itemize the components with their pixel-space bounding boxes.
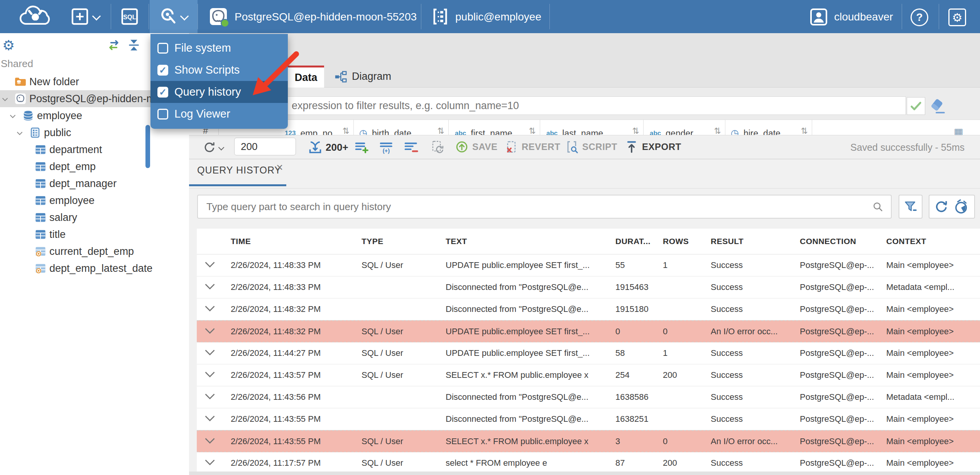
new-object-button[interactable] — [71, 8, 89, 25]
cell-result: Success — [711, 414, 800, 424]
tools-button[interactable] — [159, 8, 177, 25]
auto-refresh-icon[interactable] — [431, 140, 444, 154]
revert-button[interactable]: REVERT — [505, 140, 560, 153]
script-button[interactable]: SCRIPT — [565, 140, 617, 153]
tree-expand-chevron-icon[interactable] — [10, 113, 16, 120]
menu-item[interactable]: ✓ Query history — [150, 81, 288, 103]
refresh-chevron-icon[interactable] — [218, 145, 225, 151]
sort-icon[interactable]: ⇅ — [343, 126, 350, 135]
tree-item[interactable]: dept_manager — [0, 175, 189, 192]
expand-row-icon[interactable] — [204, 282, 215, 289]
catalog-selector[interactable]: public@employee — [455, 11, 541, 23]
grid-column-header[interactable]: abclast_name⇅ — [540, 120, 644, 135]
close-panel-icon[interactable]: × — [276, 162, 283, 173]
expand-row-icon[interactable] — [204, 436, 215, 443]
col-time[interactable]: TIME — [231, 237, 362, 246]
expand-row-icon[interactable] — [204, 414, 215, 421]
expand-row-icon[interactable] — [204, 458, 215, 465]
tree-expand-chevron-icon[interactable] — [2, 96, 8, 103]
expand-row-icon[interactable] — [204, 327, 215, 334]
col-result[interactable]: RESULT — [711, 237, 800, 246]
query-history-row[interactable]: 2/26/2024, 11:17:57 PM SQL / User select… — [197, 452, 980, 472]
tree-item[interactable]: dept_emp — [0, 158, 189, 175]
sort-icon[interactable]: ⇅ — [632, 126, 639, 135]
refresh-icon[interactable] — [203, 141, 216, 154]
tree-item[interactable]: title — [0, 226, 189, 243]
tab-diagram[interactable]: Diagram — [327, 66, 398, 88]
query-history-row[interactable]: 2/26/2024, 11:48:32 PM SQL / User UPDATE… — [197, 320, 980, 342]
col-duration[interactable]: DURAT... — [615, 237, 663, 246]
save-button[interactable]: SAVE — [455, 140, 498, 153]
query-history-search-input[interactable] — [197, 195, 892, 219]
eraser-icon[interactable] — [929, 99, 946, 114]
menu-item[interactable]: Log Viewer — [150, 103, 288, 125]
query-history-tab[interactable]: QUERY HISTORY — [197, 165, 281, 176]
query-history-row[interactable]: 2/26/2024, 11:43:57 PM SQL / User SELECT… — [197, 364, 980, 386]
query-history-row[interactable]: 2/26/2024, 11:48:33 PM SQL / User UPDATE… — [197, 254, 980, 276]
grid-column-header[interactable]: ◷hire_date⇅ — [725, 120, 812, 135]
export-button[interactable]: EXPORT — [625, 140, 681, 153]
col-connection[interactable]: CONNECTION — [800, 237, 886, 246]
tree-scrollbar-thumb[interactable] — [145, 125, 150, 168]
duplicate-row-icon[interactable]: (+) — [380, 141, 394, 154]
sql-editor-button[interactable]: SQL — [120, 8, 139, 25]
checkbox-icon[interactable] — [157, 43, 168, 54]
tab-data[interactable]: Data — [288, 66, 324, 88]
checkbox-icon[interactable]: ✓ — [157, 87, 168, 98]
checkbox-icon[interactable]: ✓ — [157, 65, 168, 76]
tree-item[interactable]: employee — [0, 192, 189, 209]
history-auto-refresh-button[interactable] — [929, 195, 975, 219]
query-history-row[interactable]: 2/26/2024, 11:43:55 PM Disconnected from… — [197, 408, 980, 430]
query-history-row[interactable]: 2/26/2024, 11:48:32 PM Disconnected from… — [197, 298, 980, 320]
sort-icon[interactable]: ⇅ — [529, 126, 536, 135]
expand-row-icon[interactable] — [204, 260, 215, 267]
tree-item[interactable]: current_dept_emp — [0, 243, 189, 260]
checkbox-icon[interactable] — [157, 109, 168, 120]
sort-icon[interactable]: ⇅ — [714, 126, 721, 135]
grid-column-header[interactable]: 123emp_no⇅ — [279, 120, 354, 135]
row-limit-input[interactable] — [234, 138, 296, 155]
expand-row-icon[interactable] — [204, 392, 215, 399]
query-history-row[interactable]: 2/26/2024, 11:43:56 PM Disconnected from… — [197, 386, 980, 408]
query-history-row[interactable]: 2/26/2024, 11:44:27 PM SQL / User UPDATE… — [197, 342, 980, 364]
tree-item[interactable]: salary — [0, 209, 189, 226]
help-button[interactable]: ? — [911, 8, 928, 26]
grid-column-header[interactable]: abcgender⇅ — [644, 120, 725, 135]
tree-item[interactable]: dept_emp_latest_date — [0, 260, 189, 277]
sort-icon[interactable]: ⇅ — [801, 126, 808, 135]
connection-selector[interactable]: PostgreSQL@ep-hidden-moon-55203 — [235, 11, 417, 23]
user-menu[interactable]: cloudbeaver — [834, 11, 893, 23]
grid-config-icon[interactable]: ▦ — [954, 126, 963, 135]
sync-connection-icon[interactable] — [106, 39, 121, 51]
menu-item[interactable]: ✓ Show Scripts — [150, 59, 288, 81]
expand-row-icon[interactable] — [204, 304, 215, 311]
query-history-row[interactable]: 2/26/2024, 11:48:33 PM Disconnected from… — [197, 276, 980, 298]
cell-context: Main <employee> — [886, 348, 980, 358]
col-type[interactable]: TYPE — [362, 237, 446, 246]
grid-column-header[interactable]: abcfirst_name⇅ — [449, 120, 540, 135]
history-filter-button[interactable] — [899, 195, 923, 219]
menu-item[interactable]: File system — [150, 37, 288, 59]
col-rows[interactable]: ROWS — [663, 237, 711, 246]
user-avatar-icon[interactable] — [809, 8, 828, 26]
collapse-all-icon[interactable] — [127, 39, 140, 51]
navigator-settings-gear-icon[interactable]: ⚙ — [2, 39, 15, 52]
tree-expand-chevron-icon[interactable] — [17, 130, 23, 137]
grid-column-header[interactable]: ◷birth_date⇅ — [354, 120, 449, 135]
col-text[interactable]: TEXT — [446, 237, 615, 246]
svg-text:(+): (+) — [383, 148, 390, 154]
sort-icon[interactable]: ⇅ — [438, 126, 444, 135]
delete-row-icon[interactable] — [404, 141, 418, 154]
panel-horizontal-scrollbar[interactable] — [189, 472, 980, 475]
expand-row-icon[interactable] — [204, 348, 215, 355]
col-context[interactable]: CONTEXT — [886, 237, 980, 246]
apply-filter-button[interactable] — [907, 97, 925, 115]
query-history-row[interactable]: 2/26/2024, 11:43:55 PM SQL / User SELECT… — [197, 430, 980, 452]
settings-button[interactable]: ⚙ — [948, 8, 966, 26]
fetch-more-button[interactable]: 200+ — [308, 140, 348, 155]
result-filter-input[interactable] — [197, 96, 906, 115]
tree-item[interactable]: department — [0, 141, 189, 158]
add-row-icon[interactable] — [355, 141, 369, 154]
new-object-chevron-icon[interactable] — [92, 12, 101, 21]
expand-row-icon[interactable] — [204, 370, 215, 377]
